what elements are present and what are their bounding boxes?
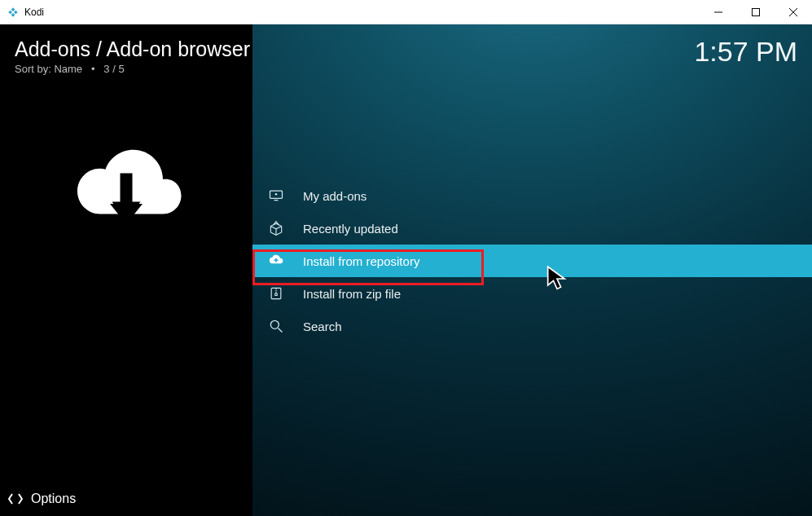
menu-item-label: Install from repository bbox=[303, 254, 419, 268]
svg-rect-0 bbox=[11, 7, 15, 11]
cloud-plus-icon bbox=[267, 252, 285, 270]
svg-rect-20 bbox=[275, 293, 278, 296]
cloud-download-icon bbox=[0, 122, 252, 253]
options-button[interactable]: Options bbox=[0, 483, 252, 516]
sort-line: Sort by: Name • 3 / 5 bbox=[0, 63, 252, 75]
expand-icon bbox=[8, 492, 23, 505]
svg-rect-5 bbox=[753, 8, 760, 15]
svg-rect-1 bbox=[14, 10, 18, 14]
menu-item-label: Recently updated bbox=[303, 222, 398, 236]
window-controls bbox=[700, 0, 812, 24]
menu-item-recently-updated[interactable]: Recently updated bbox=[252, 212, 812, 245]
menu-item-install-from-repository[interactable]: Install from repository bbox=[252, 245, 812, 277]
options-label: Options bbox=[31, 492, 76, 506]
zip-icon bbox=[267, 284, 285, 302]
minimize-button[interactable] bbox=[700, 0, 737, 24]
menu-item-label: Install from zip file bbox=[303, 287, 401, 301]
clock: 1:57 PM bbox=[694, 36, 797, 68]
svg-rect-17 bbox=[274, 259, 279, 261]
window-title: Kodi bbox=[24, 7, 44, 18]
breadcrumb: Add-ons / Add-on browser bbox=[0, 24, 252, 63]
svg-rect-2 bbox=[8, 10, 12, 14]
svg-line-22 bbox=[279, 329, 283, 333]
svg-point-21 bbox=[270, 320, 279, 329]
box-open-icon bbox=[267, 219, 285, 237]
menu-item-my-addons[interactable]: My add-ons bbox=[252, 179, 812, 212]
menu-item-label: Search bbox=[303, 320, 342, 333]
list-position: 3 / 5 bbox=[103, 63, 124, 75]
menu-item-label: My add-ons bbox=[303, 189, 366, 203]
content-area: Add-ons / Add-on browser Sort by: Name •… bbox=[0, 24, 812, 516]
maximize-button[interactable] bbox=[737, 0, 775, 24]
app-window: Kodi Add-ons / Add-on browser Sort by: N… bbox=[0, 0, 812, 516]
search-icon bbox=[267, 317, 285, 335]
sidebar: Add-ons / Add-on browser Sort by: Name •… bbox=[0, 24, 252, 516]
svg-rect-11 bbox=[121, 174, 133, 205]
addon-menu: My add-ons Recently updated Install from… bbox=[252, 179, 812, 342]
menu-item-search[interactable]: Search bbox=[252, 310, 812, 342]
close-button[interactable] bbox=[775, 0, 812, 24]
titlebar: Kodi bbox=[0, 0, 812, 24]
screen-icon bbox=[267, 187, 285, 205]
svg-rect-14 bbox=[274, 200, 279, 201]
sort-label: Sort by: Name bbox=[15, 63, 82, 75]
svg-point-15 bbox=[275, 193, 278, 196]
menu-item-install-from-zip[interactable]: Install from zip file bbox=[252, 277, 812, 310]
main-pane: 1:57 PM My add-ons Recently updated bbox=[252, 24, 812, 516]
svg-rect-3 bbox=[11, 12, 15, 16]
kodi-logo-icon bbox=[7, 6, 20, 19]
